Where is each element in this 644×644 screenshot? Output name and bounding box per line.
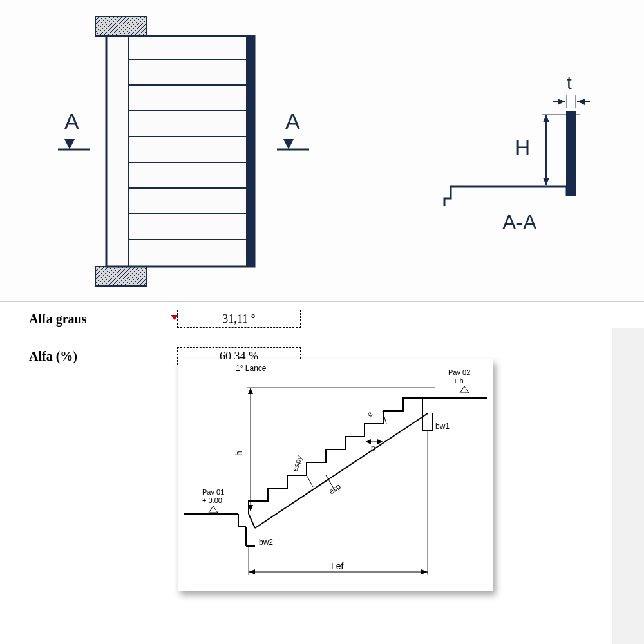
bottom-diagram-svg: 1° Lance Pav 01 + 0.00 Pav 02 + h bw2 [178, 359, 493, 591]
dim-bw2: bw2 [259, 538, 273, 547]
dim-e: e [365, 410, 375, 418]
section-marker-right: A [285, 109, 300, 133]
svg-marker-55 [421, 569, 428, 574]
top-diagram-svg: A A H [0, 0, 644, 301]
value-alfa-graus[interactable]: 31,11 ° [177, 310, 301, 328]
svg-line-38 [249, 514, 255, 528]
right-margin [612, 328, 644, 644]
svg-line-51 [307, 475, 313, 487]
pav02-level: + h [453, 377, 464, 384]
svg-marker-17 [283, 139, 294, 149]
label-alfa-graus: Alfa graus [29, 312, 177, 327]
svg-rect-1 [95, 17, 147, 36]
row-alfa-graus: Alfa graus 31,11 ° [29, 306, 644, 332]
svg-marker-21 [543, 115, 549, 122]
svg-marker-27 [578, 99, 585, 105]
pav01-label: Pav 01 [202, 488, 224, 496]
dim-esp: esp [327, 482, 343, 497]
dim-p: p [371, 444, 375, 453]
svg-marker-49 [366, 439, 371, 444]
top-diagram: A A H [0, 0, 644, 302]
svg-marker-54 [249, 569, 255, 574]
svg-marker-31 [460, 386, 469, 393]
section-detail: H t A-A [444, 73, 590, 234]
section-label: A-A [502, 211, 537, 234]
dim-bw1: bw1 [435, 422, 450, 431]
pav02-label: Pav 02 [448, 368, 470, 376]
dim-h: h [234, 451, 244, 456]
dim-espy: espy [290, 454, 305, 473]
svg-rect-18 [567, 111, 576, 196]
svg-rect-4 [246, 36, 254, 267]
page: A A H [0, 0, 644, 644]
pav01-level: + 0.00 [202, 497, 222, 504]
dim-H-label: H [515, 136, 530, 159]
svg-marker-15 [64, 139, 75, 149]
label-alfa-pct: Alfa (%) [29, 349, 177, 364]
svg-marker-22 [543, 178, 549, 185]
svg-marker-25 [558, 99, 564, 105]
bottom-diagram: 1° Lance Pav 01 + 0.00 Pav 02 + h bw2 [178, 359, 493, 591]
dim-lef: Lef [331, 561, 344, 571]
dim-t-label: t [567, 73, 572, 93]
svg-marker-44 [248, 388, 253, 394]
svg-marker-30 [209, 506, 218, 513]
svg-line-37 [255, 413, 428, 528]
section-marker-left: A [64, 109, 79, 133]
svg-rect-2 [95, 267, 147, 286]
diagram-title: 1° Lance [236, 364, 267, 373]
